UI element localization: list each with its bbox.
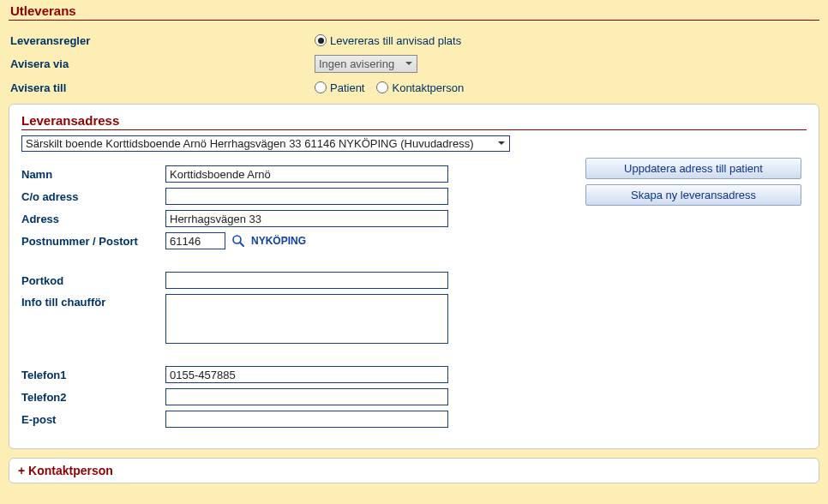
- label-co: C/o adress: [21, 190, 159, 203]
- label-avisera-via: Avisera via: [10, 57, 315, 70]
- label-epost: E-post: [21, 413, 159, 426]
- radio-kontaktperson[interactable]: Kontaktperson: [376, 81, 464, 94]
- kontaktperson-title: + Kontaktperson: [18, 464, 113, 477]
- radio-icon: [315, 34, 327, 46]
- label-info: Info till chaufför: [21, 294, 159, 309]
- select-avisera-via[interactable]: Ingen avisering: [315, 55, 417, 73]
- postnummer-input[interactable]: [165, 232, 225, 249]
- svg-line-1: [240, 243, 243, 246]
- label-adress: Adress: [21, 213, 159, 225]
- postort-text: NYKÖPING: [251, 235, 306, 247]
- label-leveransregler: Leveransregler: [10, 34, 315, 47]
- label-namn: Namn: [21, 168, 159, 181]
- label-post: Postnummer / Postort: [21, 235, 159, 248]
- label-tel2: Telefon2: [21, 391, 159, 404]
- radio-icon: [315, 81, 327, 93]
- namn-input[interactable]: [165, 165, 448, 183]
- panel-title: Leveransadress: [21, 113, 807, 130]
- adress-input[interactable]: [165, 210, 448, 227]
- panel-leveransadress: Leveransadress Särskilt boende Korttidsb…: [9, 104, 819, 449]
- radio-patient[interactable]: Patient: [315, 81, 364, 94]
- co-input[interactable]: [165, 188, 448, 205]
- label-avisera-till: Avisera till: [10, 81, 315, 94]
- select-value: Särskilt boende Korttidsboende Arnö Herr…: [26, 137, 473, 150]
- kontaktperson-expander[interactable]: + Kontaktperson: [9, 458, 819, 483]
- section-title: Utleverans: [9, 0, 819, 21]
- epost-input[interactable]: [165, 411, 448, 428]
- telefon2-input[interactable]: [165, 388, 448, 405]
- telefon1-input[interactable]: [165, 366, 448, 383]
- radio-anvisad-plats[interactable]: Levereras till anvisad plats: [315, 34, 461, 47]
- radio-label: Levereras till anvisad plats: [330, 34, 461, 47]
- radio-label: Kontaktperson: [392, 81, 464, 94]
- radio-icon: [376, 81, 388, 93]
- update-address-button[interactable]: Uppdatera adress till patient: [585, 158, 801, 179]
- chevron-down-icon: [405, 59, 413, 69]
- label-tel1: Telefon1: [21, 369, 159, 381]
- search-icon[interactable]: [231, 233, 246, 249]
- radio-label: Patient: [330, 81, 364, 94]
- select-value: Ingen avisering: [319, 57, 394, 70]
- portkod-input[interactable]: [165, 272, 448, 289]
- chevron-down-icon: [497, 139, 506, 149]
- info-chauffor-textarea[interactable]: [165, 294, 448, 344]
- create-address-button[interactable]: Skapa ny leveransadress: [585, 184, 801, 206]
- label-portkod: Portkod: [21, 274, 159, 287]
- select-leveransadress[interactable]: Särskilt boende Korttidsboende Arnö Herr…: [21, 135, 510, 152]
